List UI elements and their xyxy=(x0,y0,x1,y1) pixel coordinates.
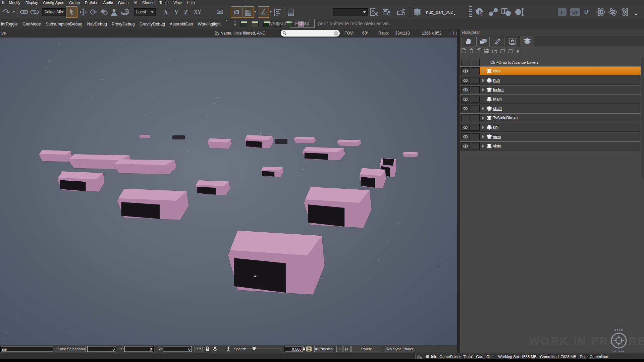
eye-toggle[interactable] xyxy=(461,124,470,131)
menu-item-group[interactable]: Group xyxy=(69,1,80,5)
resolution-value[interactable]: 1336 x 852 xyxy=(422,31,441,36)
terrain-texture-thumb-icon[interactable] xyxy=(252,21,259,27)
link-objects-icon[interactable] xyxy=(488,8,498,16)
new-layer-icon[interactable] xyxy=(462,48,466,55)
layer-name[interactable]: locker xyxy=(493,87,504,92)
layer-name[interactable]: view xyxy=(493,134,501,139)
speed-value-field[interactable] xyxy=(285,346,303,352)
coord-system-dropdown[interactable]: Local xyxy=(134,8,156,16)
axis-z-button[interactable]: Z xyxy=(184,8,189,16)
angle-snap-button[interactable]: ∠ xyxy=(258,6,269,18)
magnet-button[interactable]: U' xyxy=(583,8,591,16)
grid-snap-caret-icon[interactable] xyxy=(254,11,256,13)
menu-item-audio[interactable]: Audio xyxy=(103,1,113,5)
open-folder-icon[interactable] xyxy=(492,49,497,55)
layer-checkbox[interactable] xyxy=(471,133,480,140)
eye-toggle[interactable] xyxy=(461,133,470,140)
menu-item-tools[interactable]: Tools xyxy=(159,1,168,5)
menu-item-prefabs[interactable]: Prefabs xyxy=(85,1,98,5)
debug-inttoggle[interactable]: intToggle xyxy=(1,22,18,26)
layer-checkbox[interactable] xyxy=(471,124,480,131)
layer-checkbox[interactable] xyxy=(471,86,480,93)
unlink-icon[interactable] xyxy=(30,9,39,15)
layer-name[interactable]: Main xyxy=(493,97,502,102)
xyz-toggle-button[interactable]: XYZ xyxy=(195,346,205,352)
layer-list-scrollbar[interactable] xyxy=(641,58,644,178)
menu-item-display[interactable]: Display xyxy=(25,1,38,5)
layer-name[interactable]: hub xyxy=(493,78,500,83)
layer-name[interactable]: TsSmlaBboxa xyxy=(493,116,518,120)
search-clear-icon[interactable]: × xyxy=(334,31,338,36)
layer-name[interactable]: uni xyxy=(493,125,498,130)
freeze-button[interactable]: F xyxy=(558,8,567,16)
layer-row-locker[interactable]: locker xyxy=(460,85,644,94)
clear-selection-set-icon[interactable] xyxy=(370,8,378,16)
toolbar-overflow-caret-icon[interactable] xyxy=(635,14,637,16)
grid-snap-button[interactable]: ▦ xyxy=(243,6,254,18)
select-object-icon[interactable] xyxy=(111,8,117,16)
eye-toggle[interactable] xyxy=(461,77,470,84)
layer-row-shaft[interactable]: shaft xyxy=(460,104,644,113)
layer-checkbox[interactable] xyxy=(471,142,480,149)
expand-arrow-icon[interactable] xyxy=(482,88,484,92)
expand-arrow-icon[interactable] xyxy=(482,144,484,148)
follow-terrain-toggle-icon[interactable] xyxy=(212,346,218,352)
eye-toggle[interactable] xyxy=(461,67,470,74)
eye-toggle[interactable] xyxy=(461,105,470,112)
viewport-mode-label[interactable]: ive xyxy=(1,31,6,36)
save-selection-icon[interactable] xyxy=(382,8,391,16)
search-input[interactable] xyxy=(286,31,334,36)
layer-row-elev[interactable]: elev xyxy=(460,66,644,75)
pause-physics-button[interactable]: || xyxy=(336,346,342,352)
freeze-all-button[interactable]: F xyxy=(517,49,519,54)
eye-toggle[interactable] xyxy=(461,142,470,149)
pick-object-icon[interactable] xyxy=(475,7,485,17)
debug-proxydebug[interactable]: ProxyDebug xyxy=(112,22,135,26)
select-tool-button[interactable] xyxy=(66,6,77,18)
debug-overflow-caret-icon[interactable] xyxy=(225,21,227,27)
snap-settings-button[interactable] xyxy=(231,6,242,18)
menu-item-config-spec[interactable]: Config Spec xyxy=(43,1,64,5)
move-tool-icon[interactable] xyxy=(79,8,87,16)
axis-x-button[interactable]: X xyxy=(163,8,168,16)
viewport-search[interactable]: × xyxy=(281,30,340,37)
player-icon[interactable] xyxy=(306,346,312,352)
viewport-3d[interactable] xyxy=(0,38,457,345)
tab-terrain[interactable] xyxy=(476,37,490,46)
debug-navdebug[interactable]: NavDebug xyxy=(87,22,107,26)
layer-row-hub[interactable]: hub xyxy=(460,76,644,85)
layer-checkbox[interactable] xyxy=(471,67,480,74)
tab-modelling[interactable] xyxy=(491,37,504,46)
speed-spinner[interactable] xyxy=(303,347,305,351)
axis-xy-button[interactable]: XY xyxy=(194,9,201,15)
delete-layer-icon[interactable] xyxy=(469,48,474,55)
duplicate-layer-icon[interactable] xyxy=(477,48,481,55)
z-field[interactable] xyxy=(163,346,192,352)
layer-checkbox[interactable] xyxy=(471,77,480,84)
expand-arrow-icon[interactable] xyxy=(482,116,484,120)
named-selection-dropdown[interactable] xyxy=(333,8,368,16)
split-view-icon[interactable]: ‖ xyxy=(453,31,454,36)
follow-terrain-icon[interactable] xyxy=(120,9,129,15)
flowgraph-import-icon[interactable] xyxy=(608,8,618,16)
eye-toggle[interactable] xyxy=(461,96,470,103)
debug-subsumption[interactable]: SubsumptionDebug xyxy=(46,22,83,26)
expand-arrow-icon[interactable] xyxy=(482,126,484,129)
export-selection-icon[interactable] xyxy=(397,8,406,16)
filter-mode-label[interactable]: By Name, Hide filtered, AND xyxy=(215,31,265,36)
link-icon[interactable] xyxy=(20,9,29,15)
align-lines-icon[interactable] xyxy=(274,8,282,16)
layer-row-main[interactable]: Main xyxy=(460,95,644,104)
debug-asteroidgen[interactable]: AsteroidGen xyxy=(170,22,193,26)
layer-row-uni[interactable]: uni xyxy=(460,123,644,132)
current-layer-caret-icon[interactable] xyxy=(453,14,455,15)
pause-button[interactable]: Pause xyxy=(351,346,382,352)
y-field[interactable] xyxy=(124,346,153,352)
rotate-tool-icon[interactable]: ⟳ xyxy=(90,8,97,16)
flowgraph-export-icon[interactable] xyxy=(621,8,630,16)
speed-slider[interactable] xyxy=(246,349,281,349)
toolbar-grip-handle[interactable] xyxy=(234,21,236,27)
current-layer-dropdown[interactable]: hub_part_002 xyxy=(426,10,453,15)
terrain-thumb-icon[interactable] xyxy=(240,21,247,27)
tab-objects[interactable] xyxy=(462,37,475,46)
